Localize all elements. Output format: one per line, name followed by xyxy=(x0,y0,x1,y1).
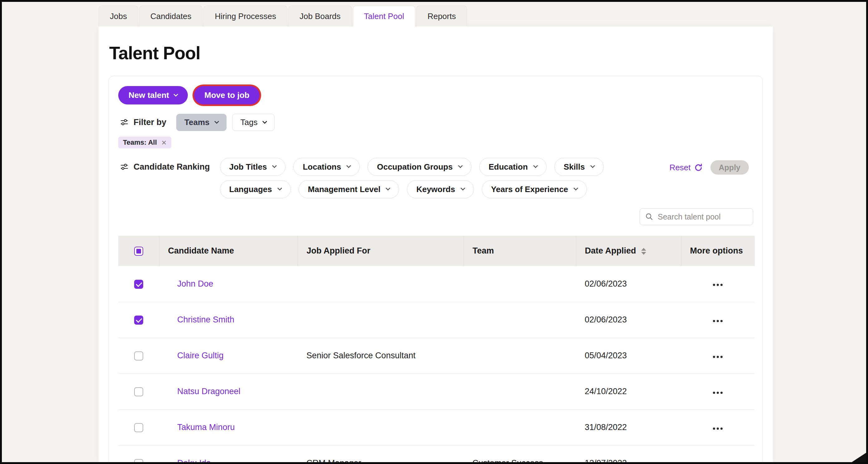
years-of-experience-dropdown[interactable]: Years of Experience xyxy=(482,180,587,198)
table-row: Claire Gultig Senior Salesforce Consulta… xyxy=(118,338,755,373)
table-row: John Doe 02/06/2023 xyxy=(118,266,755,302)
sort-icon[interactable] xyxy=(641,248,646,255)
skills-dropdown[interactable]: Skills xyxy=(554,158,604,176)
teams-filter-dropdown[interactable]: Teams xyxy=(176,114,226,131)
job-applied-cell: Senior Salesforce Consultant xyxy=(298,338,464,373)
top-tab-bar: Jobs Candidates Hiring Processes Job Boa… xyxy=(99,6,467,27)
date-applied-cell: 24/10/2022 xyxy=(576,373,681,409)
talent-pool-panel: Talent Pool New talent Move to job Filte… xyxy=(99,27,773,464)
table-row: Natsu Dragoneel 24/10/2022 xyxy=(118,373,755,409)
date-applied-cell: 02/06/2023 xyxy=(576,266,681,302)
chevron-down-icon xyxy=(174,92,179,97)
tab-jobs[interactable]: Jobs xyxy=(99,6,138,27)
occupation-groups-dropdown[interactable]: Occupation Groups xyxy=(368,158,471,176)
filter-by-label: Filter by xyxy=(133,118,166,127)
move-to-job-button[interactable]: Move to job xyxy=(194,86,259,104)
teams-all-filter-chip: Teams: All ✕ xyxy=(118,137,171,148)
candidate-name-link[interactable]: Doku Ida xyxy=(177,458,211,464)
more-options-button[interactable] xyxy=(710,460,726,464)
tab-talent-pool[interactable]: Talent Pool xyxy=(353,6,415,27)
table-row: Takuma Minoru 31/08/2022 xyxy=(118,409,755,445)
search-icon xyxy=(645,212,653,221)
education-dropdown[interactable]: Education xyxy=(479,158,547,176)
more-options-button[interactable] xyxy=(710,280,726,289)
date-applied-cell: 05/04/2023 xyxy=(576,338,681,373)
candidate-ranking-label-group: Candidate Ranking xyxy=(118,162,210,172)
header-team: Team xyxy=(464,236,576,266)
refresh-icon xyxy=(694,163,703,172)
languages-dropdown[interactable]: Languages xyxy=(220,180,291,198)
team-cell xyxy=(464,373,576,409)
page-title: Talent Pool xyxy=(109,43,763,63)
candidate-name-link[interactable]: Natsu Dragoneel xyxy=(177,387,241,396)
row-checkbox[interactable] xyxy=(134,316,143,325)
chevron-down-icon xyxy=(458,163,463,168)
select-all-checkbox[interactable] xyxy=(134,247,143,256)
tab-job-boards[interactable]: Job Boards xyxy=(288,6,352,27)
chevron-down-icon xyxy=(214,119,219,124)
team-cell xyxy=(464,409,576,445)
more-options-button[interactable] xyxy=(710,389,726,397)
apply-button[interactable]: Apply xyxy=(710,160,749,175)
filter-by-row: Filter by Teams Tags xyxy=(118,114,753,131)
header-job-applied-for: Job Applied For xyxy=(298,236,464,266)
reset-link[interactable]: Reset xyxy=(670,163,703,172)
more-options-button[interactable] xyxy=(710,317,726,325)
row-checkbox[interactable] xyxy=(134,352,143,361)
chevron-down-icon xyxy=(385,186,391,191)
remove-filter-icon[interactable]: ✕ xyxy=(161,139,167,146)
table-row: Doku Ida CRM Manager Customer Success 12… xyxy=(118,445,755,464)
talent-table: Candidate Name Job Applied For Team Date… xyxy=(118,236,753,464)
ranking-sliders-icon xyxy=(120,163,128,171)
team-cell xyxy=(464,302,576,338)
team-cell xyxy=(464,266,576,302)
job-applied-cell xyxy=(298,266,464,302)
more-options-button[interactable] xyxy=(710,353,726,361)
job-applied-cell xyxy=(298,302,464,338)
row-checkbox[interactable] xyxy=(134,387,143,396)
search-row xyxy=(118,208,753,225)
more-options-button[interactable] xyxy=(710,424,726,433)
search-input[interactable] xyxy=(640,208,753,225)
chevron-down-icon xyxy=(533,163,538,168)
header-date-applied: Date Applied xyxy=(576,236,681,266)
management-level-dropdown[interactable]: Management Level xyxy=(299,180,399,198)
chevron-down-icon xyxy=(346,163,351,168)
filter-sliders-icon xyxy=(120,118,128,127)
ranking-actions: Reset Apply xyxy=(670,160,749,175)
ranking-chips: Job Titles Locations Occupation Groups E… xyxy=(220,158,604,198)
keywords-dropdown[interactable]: Keywords xyxy=(407,180,474,198)
job-titles-dropdown[interactable]: Job Titles xyxy=(220,158,286,176)
date-applied-cell: 31/08/2022 xyxy=(576,409,681,445)
candidate-name-link[interactable]: Takuma Minoru xyxy=(177,423,235,432)
candidate-name-link[interactable]: John Doe xyxy=(177,279,213,289)
row-checkbox[interactable] xyxy=(134,423,143,432)
candidate-name-link[interactable]: Christine Smith xyxy=(177,315,234,324)
job-applied-cell xyxy=(298,373,464,409)
candidate-ranking-label: Candidate Ranking xyxy=(133,162,210,172)
row-checkbox[interactable] xyxy=(134,280,143,289)
chevron-down-icon xyxy=(574,186,579,191)
team-cell: Customer Success xyxy=(464,445,576,464)
table-row: Christine Smith 02/06/2023 xyxy=(118,302,755,338)
teams-all-label: Teams: All xyxy=(123,138,157,146)
tab-candidates[interactable]: Candidates xyxy=(139,6,203,27)
candidate-name-link[interactable]: Claire Gultig xyxy=(177,351,224,360)
chevron-down-icon xyxy=(460,186,465,191)
row-checkbox[interactable] xyxy=(134,459,143,464)
candidate-ranking-section: Candidate Ranking Job Titles Locations O… xyxy=(118,158,753,198)
team-cell xyxy=(464,338,576,373)
tags-filter-dropdown[interactable]: Tags xyxy=(232,114,275,131)
tab-reports[interactable]: Reports xyxy=(416,6,467,27)
app-window: { "colors": { "accent": "#7A2BE2", "high… xyxy=(0,0,868,464)
job-applied-cell: CRM Manager xyxy=(298,445,464,464)
search-box xyxy=(640,208,753,225)
talent-pool-card: New talent Move to job Filter by Teams T… xyxy=(108,76,763,464)
tags-dropdown-label: Tags xyxy=(240,118,257,127)
new-talent-button[interactable]: New talent xyxy=(118,86,188,104)
locations-dropdown[interactable]: Locations xyxy=(293,158,360,176)
chevron-down-icon xyxy=(277,186,282,191)
new-talent-label: New talent xyxy=(128,91,169,100)
header-more-options: More options xyxy=(681,236,755,266)
tab-hiring-processes[interactable]: Hiring Processes xyxy=(204,6,287,27)
